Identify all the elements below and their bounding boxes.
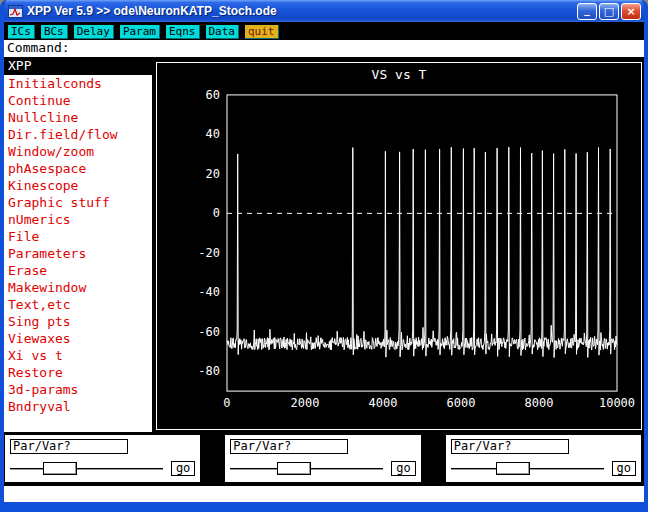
y-tick-label: 20 [206, 167, 220, 181]
y-tick-label: 0 [213, 206, 220, 220]
sidebar-item-restore[interactable]: Restore [4, 364, 152, 381]
x-tick-label: 8000 [525, 396, 554, 410]
x-tick-label: 0 [223, 396, 230, 410]
sidebar-item-phasespace[interactable]: phAsespace [4, 160, 152, 177]
menu-button-delay[interactable]: Delay [74, 25, 114, 39]
voltage-trace-plot[interactable]: VS vs T6040200-20-40-60-8002000400060008… [157, 63, 641, 429]
slider-row-inner: go [10, 461, 195, 476]
maximize-icon: □ [604, 4, 614, 19]
x-tick-label: 6000 [447, 396, 476, 410]
go-button[interactable]: go [612, 461, 636, 476]
sidebar-item-3d-params[interactable]: 3d-params [4, 381, 152, 398]
y-tick-label: 60 [206, 88, 220, 102]
y-tick-label: -80 [198, 364, 220, 378]
parameter-slider-row: Par/Var?goPar/Var?goPar/Var?go [4, 432, 644, 486]
menu-button-quit[interactable]: quit [245, 25, 279, 39]
sidebar-item-text-etc[interactable]: Text,etc [4, 296, 152, 313]
sidebar-item-initialconds[interactable]: Initialconds [4, 75, 152, 92]
close-button[interactable]: × [621, 3, 641, 20]
slider[interactable] [10, 461, 163, 476]
parvar-input[interactable]: Par/Var? [10, 439, 128, 454]
sidebar-header: XPP [4, 57, 152, 75]
sidebar-item-bndryval[interactable]: Bndryval [4, 398, 152, 415]
x-tick-label: 4000 [369, 396, 398, 410]
y-tick-label: -40 [198, 285, 220, 299]
sidebar-item-parameters[interactable]: Parameters [4, 245, 152, 262]
sidebar-item-erase[interactable]: Erase [4, 262, 152, 279]
sidebar-item-dir-field-flow[interactable]: Dir.field/flow [4, 126, 152, 143]
menu-button-data[interactable]: Data [206, 25, 240, 39]
slider-row-inner: go [230, 461, 415, 476]
command-label: Command: [7, 40, 70, 55]
main-area: XPP InitialcondsContinueNullclineDir.fie… [4, 57, 644, 432]
vs-trace [227, 147, 617, 357]
param-slider-panel-3: Par/Var?go [446, 435, 641, 482]
window-controls: _ □ × [577, 3, 641, 20]
slider-thumb[interactable] [496, 462, 530, 475]
sidebar-item-makewindow[interactable]: Makewindow [4, 279, 152, 296]
menubar: ICsBCsDelayParamEqnsDataquit [4, 22, 644, 40]
titlebar[interactable]: XPP Ver 5.9 >> ode\NeuronKATP_Stoch.ode … [4, 0, 644, 22]
menu-button-ics[interactable]: ICs [8, 25, 35, 39]
status-bar: 775.127707 , -24.167022 [4, 486, 644, 502]
slider[interactable] [230, 461, 383, 476]
menu-button-param[interactable]: Param [120, 25, 160, 39]
y-tick-label: 40 [206, 127, 220, 141]
go-button[interactable]: go [171, 461, 195, 476]
sidebar-item-window-zoom[interactable]: Window/zoom [4, 143, 152, 160]
y-tick-label: -20 [198, 246, 220, 260]
plot-wrap: VS vs T6040200-20-40-60-8002000400060008… [152, 57, 644, 432]
plot-title: VS vs T [372, 67, 427, 82]
menu-button-eqns[interactable]: Eqns [166, 25, 200, 39]
plot-window[interactable]: VS vs T6040200-20-40-60-8002000400060008… [156, 62, 642, 430]
sidebar-items: InitialcondsContinueNullclineDir.field/f… [4, 75, 152, 415]
sidebar: XPP InitialcondsContinueNullclineDir.fie… [4, 57, 152, 432]
sidebar-item-kinescope[interactable]: Kinescope [4, 177, 152, 194]
slider-row-inner: go [451, 461, 636, 476]
parvar-input[interactable]: Par/Var? [451, 439, 569, 454]
sidebar-item-numerics[interactable]: nUmerics [4, 211, 152, 228]
sidebar-item-graphic-stuff[interactable]: Graphic stuff [4, 194, 152, 211]
slider[interactable] [451, 461, 604, 476]
window-title: XPP Ver 5.9 >> ode\NeuronKATP_Stoch.ode [27, 4, 577, 18]
parvar-input[interactable]: Par/Var? [230, 439, 348, 454]
cursor-coordinates: 775.127707 , -24.167022 [43, 501, 223, 512]
x-tick-label: 10000 [599, 396, 635, 410]
sidebar-item-viewaxes[interactable]: Viewaxes [4, 330, 152, 347]
command-row[interactable]: Command: [4, 40, 644, 57]
sidebar-item-nullcline[interactable]: Nullcline [4, 109, 152, 126]
slider-track[interactable] [10, 468, 163, 469]
x-tick-label: 2000 [291, 396, 320, 410]
sidebar-item-xi-vs-t[interactable]: Xi vs t [4, 347, 152, 364]
param-slider-panel-2: Par/Var?go [225, 435, 420, 482]
close-icon: × [626, 4, 635, 19]
app-icon [8, 5, 23, 18]
minimize-button[interactable]: _ [577, 3, 597, 20]
maximize-button[interactable]: □ [599, 3, 619, 20]
sidebar-item-continue[interactable]: Continue [4, 92, 152, 109]
slider-thumb[interactable] [277, 462, 311, 475]
menu-button-bcs[interactable]: BCs [41, 25, 68, 39]
param-slider-panel-1: Par/Var?go [5, 435, 200, 482]
y-tick-label: -60 [198, 325, 220, 339]
go-button[interactable]: go [391, 461, 415, 476]
sidebar-item-sing-pts[interactable]: Sing pts [4, 313, 152, 330]
slider-thumb[interactable] [43, 462, 77, 475]
xpp-window: XPP Ver 5.9 >> ode\NeuronKATP_Stoch.ode … [0, 0, 648, 512]
sidebar-item-file[interactable]: File [4, 228, 152, 245]
minimize-icon: _ [584, 2, 590, 17]
